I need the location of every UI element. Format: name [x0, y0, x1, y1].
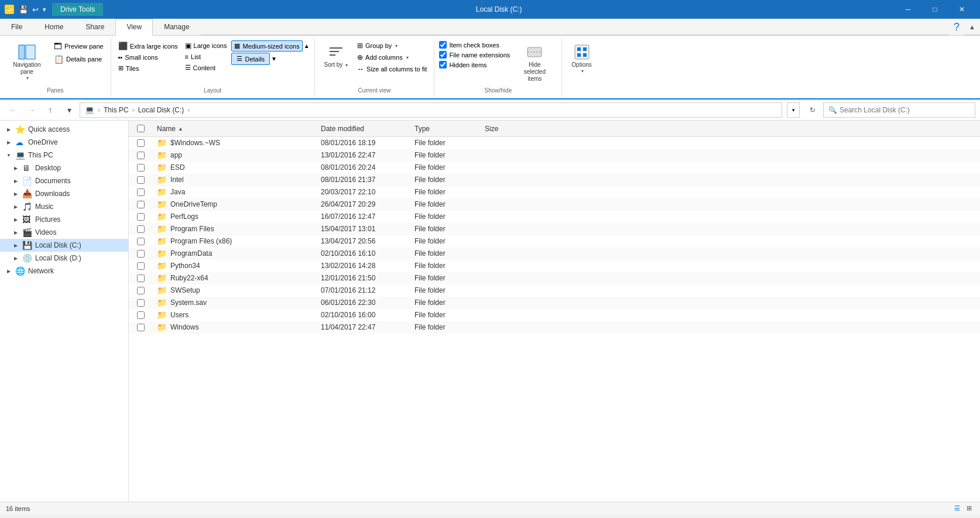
medium-icons-button[interactable]: ▦ Medium-sized icons	[231, 40, 302, 52]
sidebar-item-onedrive[interactable]: ▶ ☁ OneDrive	[0, 136, 128, 149]
hidden-items-toggle[interactable]: Hidden items	[439, 60, 510, 69]
table-row[interactable]: 📁 PerfLogs 16/07/2016 12:47 File folder	[129, 211, 980, 223]
desktop-expand[interactable]: ▶	[12, 164, 20, 172]
row-check-11[interactable]	[137, 275, 145, 282]
collapse-ribbon-button[interactable]: ▲	[964, 19, 980, 35]
sidebar-item-downloads[interactable]: ▶ 📥 Downloads	[0, 187, 128, 200]
large-icons-toggle[interactable]: ⊞	[964, 503, 974, 514]
row-checkbox-3[interactable]	[129, 176, 152, 184]
hidden-items-checkbox[interactable]	[439, 61, 447, 68]
preview-pane-button[interactable]: 🗔 Preview pane	[52, 40, 106, 52]
address-dropdown-button[interactable]: ▾	[787, 102, 800, 118]
row-check-7[interactable]	[137, 225, 145, 233]
large-icons-button[interactable]: ▣ Large icons	[183, 40, 229, 51]
recent-locations-button[interactable]: ▾	[61, 102, 77, 118]
row-checkbox-12[interactable]	[129, 287, 152, 294]
header-size[interactable]: Size	[480, 125, 980, 133]
this-pc-expand[interactable]: ▼	[5, 151, 13, 159]
up-button[interactable]: ↑	[42, 102, 59, 118]
help-button[interactable]: ?	[949, 19, 964, 35]
row-check-2[interactable]	[137, 164, 145, 171]
row-check-4[interactable]	[137, 188, 145, 196]
tab-share[interactable]: Share	[74, 19, 115, 35]
row-check-5[interactable]	[137, 201, 145, 208]
row-checkbox-5[interactable]	[129, 201, 152, 208]
item-check-boxes-checkbox[interactable]	[439, 41, 447, 49]
table-row[interactable]: 📁 OneDriveTemp 26/04/2017 20:29 File fol…	[129, 198, 980, 211]
add-columns-button[interactable]: ⊕ Add columns ▾	[355, 52, 429, 63]
row-check-14[interactable]	[137, 311, 145, 319]
row-checkbox-2[interactable]	[129, 164, 152, 171]
extra-large-icons-button[interactable]: ⬛ Extra large icons	[116, 40, 180, 52]
row-checkbox-9[interactable]	[129, 250, 152, 258]
network-expand[interactable]: ▶	[5, 267, 13, 275]
select-all-checkbox[interactable]	[137, 125, 145, 132]
breadcrumb-local-disk[interactable]: Local Disk (C:)	[138, 106, 184, 114]
row-check-15[interactable]	[137, 324, 145, 331]
row-check-13[interactable]	[137, 299, 145, 307]
sort-by-button[interactable]: Sort by ▾	[320, 40, 352, 71]
quick-access-expand[interactable]: ▶	[5, 125, 13, 133]
pictures-expand[interactable]: ▶	[12, 215, 20, 224]
sidebar-item-music[interactable]: ▶ 🎵 Music	[0, 200, 128, 213]
file-name-extensions-checkbox[interactable]	[439, 51, 447, 59]
navigation-pane-button[interactable]: Navigation pane ▾	[5, 40, 49, 83]
list-button[interactable]: ≡ List	[183, 52, 229, 61]
table-row[interactable]: 📁 ProgramData 02/10/2016 16:10 File fold…	[129, 248, 980, 260]
table-row[interactable]: 📁 Program Files (x86) 13/04/2017 20:56 F…	[129, 235, 980, 248]
sidebar-item-quick-access[interactable]: ▶ ⭐ Quick access	[0, 123, 128, 136]
header-type[interactable]: Type	[410, 125, 480, 133]
details-pane-button[interactable]: 📋 Details pane	[52, 53, 106, 65]
table-row[interactable]: 📁 Windows 11/04/2017 22:47 File folder	[129, 321, 980, 334]
group-by-button[interactable]: ⊞ Group by ▾	[355, 40, 429, 51]
item-check-boxes-toggle[interactable]: Item check boxes	[439, 40, 510, 49]
maximize-button[interactable]: □	[921, 0, 948, 19]
row-check-1[interactable]	[137, 152, 145, 159]
row-check-0[interactable]	[137, 139, 145, 147]
local-disk-d-expand[interactable]: ▶	[12, 254, 20, 262]
sidebar-item-network[interactable]: ▶ 🌐 Network	[0, 265, 128, 277]
file-name-extensions-toggle[interactable]: File name extensions	[439, 50, 510, 59]
sidebar-item-desktop[interactable]: ▶ 🖥 Desktop	[0, 162, 128, 174]
sidebar-item-local-disk-d[interactable]: ▶ 💿 Local Disk (D:)	[0, 252, 128, 265]
details-button[interactable]: ☰ Details	[231, 53, 270, 65]
table-row[interactable]: 📁 Python34 13/02/2016 14:28 File folder	[129, 260, 980, 272]
row-checkbox-1[interactable]	[129, 152, 152, 159]
sidebar-item-documents[interactable]: ▶ 📄 Documents	[0, 174, 128, 187]
table-row[interactable]: 📁 $Windows.~WS 08/01/2016 18:19 File fol…	[129, 137, 980, 149]
header-name[interactable]: Name ▲	[152, 125, 316, 133]
table-row[interactable]: 📁 Program Files 15/04/2017 13:01 File fo…	[129, 223, 980, 235]
tiles-button[interactable]: ⊞ Tiles	[116, 63, 180, 73]
row-checkbox-6[interactable]	[129, 213, 152, 221]
row-check-3[interactable]	[137, 176, 145, 184]
row-check-8[interactable]	[137, 238, 145, 245]
small-icons-button[interactable]: ▪▪ Small icons	[116, 53, 180, 62]
forward-button[interactable]: →	[23, 102, 40, 118]
table-row[interactable]: 📁 System.sav 06/01/2016 22:30 File folde…	[129, 297, 980, 309]
options-button[interactable]: Options ▾	[567, 40, 596, 76]
back-button[interactable]: ←	[5, 102, 21, 118]
row-checkbox-8[interactable]	[129, 238, 152, 245]
sidebar-item-this-pc[interactable]: ▼ 💻 This PC	[0, 149, 128, 162]
music-expand[interactable]: ▶	[12, 203, 20, 211]
minimize-button[interactable]: ─	[895, 0, 921, 19]
row-check-6[interactable]	[137, 213, 145, 221]
drive-tools-tab[interactable]: Drive Tools	[52, 3, 103, 16]
onedrive-expand[interactable]: ▶	[5, 138, 13, 146]
table-row[interactable]: 📁 ESD 08/01/2016 20:24 File folder	[129, 162, 980, 174]
refresh-button[interactable]: ↻	[804, 102, 821, 118]
quick-save-icon[interactable]: 💾	[18, 5, 29, 14]
table-row[interactable]: 📁 SWSetup 07/01/2016 21:12 File folder	[129, 284, 980, 297]
row-check-12[interactable]	[137, 287, 145, 294]
row-checkbox-0[interactable]	[129, 139, 152, 147]
downloads-expand[interactable]: ▶	[12, 190, 20, 198]
breadcrumb-this-pc[interactable]: This PC	[104, 106, 129, 114]
tab-file[interactable]: File	[0, 19, 33, 35]
hide-selected-button[interactable]: Hide selected items	[512, 40, 557, 85]
search-input[interactable]	[839, 106, 970, 114]
layout-scroll-up[interactable]: ▲	[304, 43, 310, 49]
row-checkbox-7[interactable]	[129, 225, 152, 233]
quick-access-toolbar[interactable]: 💾 ↩ ▾	[18, 5, 47, 14]
row-checkbox-4[interactable]	[129, 188, 152, 196]
tab-view[interactable]: View	[115, 19, 153, 36]
